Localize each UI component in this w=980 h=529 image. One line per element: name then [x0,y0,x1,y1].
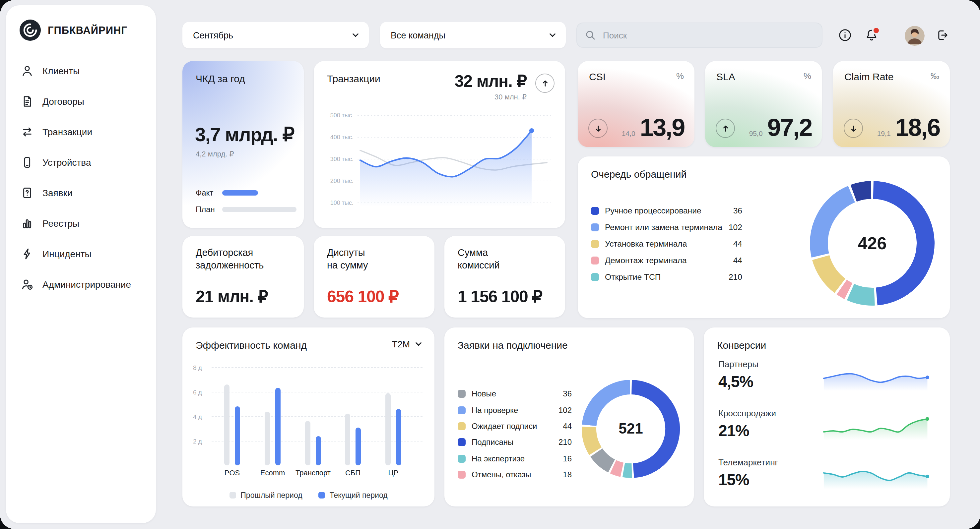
bar-current-period [396,409,401,465]
sidebar-item-incidents[interactable]: Инциденты [11,239,151,269]
legend-label: Отмены, отказы [472,470,531,479]
requests-icon [21,186,34,200]
card-title: Суммакомиссий [458,246,500,271]
queue-legend: Ручное процессирование36Ремонт или замен… [591,203,742,285]
transactions-line-chart: 500 тыс.400 тыс.300 тыс.200 тыс.100 тыс. [319,106,560,224]
svg-text:400 тыс.: 400 тыс. [330,134,353,141]
fact-bar [222,190,258,195]
kpi-card-claim-rate: Claim Rate ‰ 19,1 18,6 [833,61,950,147]
sidebar-item-label: Транзакции [43,127,92,137]
period-select[interactable]: Сентябрь [182,22,369,48]
conversions-card: Конверсии Партнеры4,5%Кросспродажи21%Тел… [704,327,950,507]
legend-item: Ремонт или замена терминала102 [591,219,742,236]
legend-item: Открытие ТСП210 [591,268,742,285]
legend-item: Ручное процессирование36 [591,203,742,219]
teams-select[interactable]: Все команды [380,22,566,48]
card-title: Эффективность команд [196,339,307,351]
search-input[interactable] [601,30,814,41]
sidebar-item-transactions[interactable]: Транзакции [11,117,151,147]
category-label: СБП [333,469,373,477]
fact-row: Факт [196,189,258,197]
disputes-card: Диспутына сумму 656 100 ₽ [314,236,434,318]
svg-text:300 тыс.: 300 тыс. [330,156,353,162]
sidebar-item-registries[interactable]: Реестры [11,208,151,239]
sparkline-chart [821,410,939,440]
legend-swatch [458,471,466,479]
legend-swatch [229,492,236,499]
kpi-unit: % [803,71,811,81]
stat-value: 1 156 100 ₽ [458,287,542,306]
sidebar-item-label: Реестры [43,218,79,229]
info-button[interactable] [837,27,854,44]
trend-down-icon [844,119,863,138]
sidebar-item-requests[interactable]: Заявки [11,178,151,208]
legend-value: 36 [563,389,572,399]
teams-select-value: Все команды [391,30,445,40]
y-tick-label: 4 д [193,413,202,420]
conversion-row: Кросспродажи21% [718,408,939,450]
sidebar-item-devices[interactable]: Устройства [11,147,151,178]
legend-swatch [458,406,466,414]
y-tick-label: 8 д [193,364,202,371]
connections-total: 521 [581,379,681,479]
kpi-value: 97,2 [767,114,812,142]
svg-text:200 тыс.: 200 тыс. [330,178,353,184]
logo: ГПБКВАЙРИНГ [6,5,156,50]
sparkline-chart [821,361,939,391]
gridline [212,416,423,417]
team-bar-chart: 8 д6 д4 д2 дPOSEcommТранспортСБПЦР [193,361,424,480]
incidents-icon [21,247,34,261]
legend-value: 210 [729,272,742,281]
sidebar-item-administration[interactable]: Администрирование [11,269,151,300]
bar-previous-period [224,384,229,465]
chkd-card: ЧКД за год 3,7 млрд. ₽ 4,2 млрд. ₽ Факт … [182,61,304,228]
plan-row: План [196,205,296,213]
card-title: Заявки на подключение [458,339,568,351]
kpi-card-csi: CSI % 14,0 13,9 [578,61,694,147]
legend-item: На проверке102 [458,402,572,418]
kpi-title: SLA [716,71,735,82]
app-root: ГПБКВАЙРИНГ КлиентыДоговорыТранзакцииУст… [0,0,980,529]
legend-label: Ожидает подписи [472,422,537,431]
administration-icon [21,278,34,291]
t2m-select-value: T2M [392,339,410,349]
kpi-numbers: 19,1 18,6 [877,114,940,142]
legend-swatch [591,273,599,281]
logout-button[interactable] [933,27,950,44]
kpi-title: Claim Rate [844,71,893,82]
chevron-down-icon [413,339,424,349]
connections-legend: Новые36На проверке102Ожидает подписи44По… [458,386,572,483]
card-title: Дебиторскаязадолженность [196,246,264,271]
contracts-icon [21,95,34,108]
connection-requests-card: Заявки на подключение Новые36На проверке… [444,327,694,507]
sidebar-item-label: Устройства [43,157,91,168]
t2m-select[interactable]: T2M [392,339,424,349]
chevron-down-icon [547,30,558,40]
notification-dot [872,27,880,35]
kpi-value: 13,9 [640,114,684,142]
gridline [212,392,423,392]
sidebar-item-contracts[interactable]: Договоры [11,86,151,117]
kpi-benchmark: 95,0 [749,129,763,137]
bar-current-period [235,407,240,465]
legend-label: Новые [472,389,496,399]
team-chart-legend: Прошлый периодТекущий период [182,491,434,499]
card-title: ЧКД за год [196,73,245,84]
sidebar-item-clients[interactable]: Клиенты [11,56,151,86]
transactions-value: 32 млн. ₽ [455,71,527,91]
user-avatar[interactable] [905,26,924,46]
legend-swatch [591,223,599,231]
card-title: Транзакции [327,73,380,84]
svg-text:500 тыс.: 500 тыс. [330,112,353,119]
bar-current-period [316,436,321,465]
conversion-row: Телемаркетинг15% [718,458,939,499]
kpi-numbers: 14,0 13,9 [622,114,684,142]
notifications-button[interactable] [863,27,880,44]
queue-card: Очередь обращений Ручное процессирование… [578,156,950,318]
sparkline-chart [821,459,939,489]
chevron-down-icon [350,30,361,40]
legend-label: Открытие ТСП [605,272,661,281]
bar-current-period [356,427,361,465]
legend-label: Подписаны [472,438,513,447]
search-bar[interactable] [576,22,822,48]
